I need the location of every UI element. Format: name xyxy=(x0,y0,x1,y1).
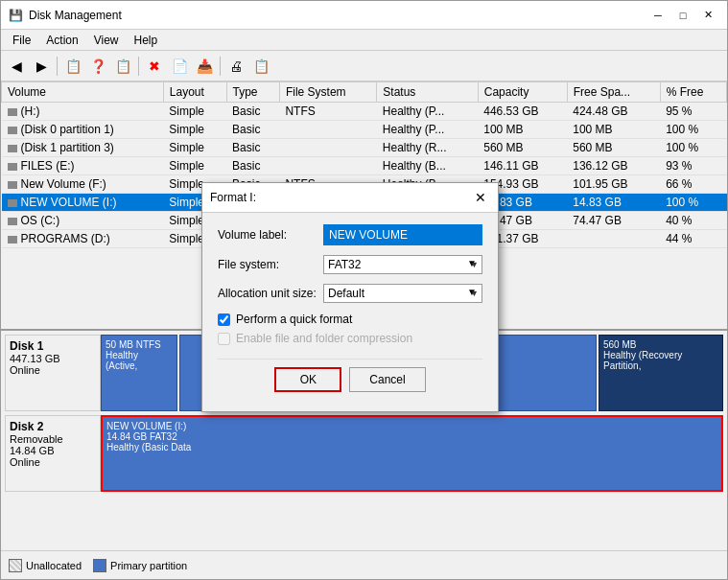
table-cell: Simple xyxy=(163,139,226,157)
quick-format-label[interactable]: Perform a quick format xyxy=(236,313,352,326)
menu-bar: File Action View Help xyxy=(1,30,727,51)
primary-icon xyxy=(93,559,106,572)
title-bar: 💾 Disk Management ─ □ ✕ xyxy=(1,1,727,30)
modal-close-button[interactable]: ✕ xyxy=(471,189,490,206)
table-cell: PROGRAMS (D:) xyxy=(2,230,164,248)
table-cell: 14.83 GB xyxy=(567,194,660,212)
maximize-button[interactable]: □ xyxy=(671,6,694,25)
unallocated-label: Unallocated xyxy=(26,560,82,571)
disk2-label: Disk 2 Removable 14.84 GB Online xyxy=(5,415,101,492)
disk2-size: 14.84 GB xyxy=(10,445,54,456)
title-controls: ─ □ ✕ xyxy=(646,6,719,25)
modal-buttons: OK Cancel xyxy=(218,359,482,400)
table-cell: 446.53 GB xyxy=(478,103,567,121)
toolbar-separator-2 xyxy=(138,57,139,76)
toolbar-separator-1 xyxy=(57,57,58,76)
toolbar-btn-8[interactable]: 📥 xyxy=(193,55,216,78)
volume-label-control xyxy=(323,224,482,245)
volume-icon xyxy=(8,108,17,116)
col-layout[interactable]: Layout xyxy=(163,82,226,103)
table-cell: 560 MB xyxy=(567,139,660,157)
allocation-select[interactable]: Default 512 1024 2048 4096 xyxy=(323,284,482,303)
toolbar-btn-7[interactable]: 📄 xyxy=(168,55,191,78)
file-system-label: File system: xyxy=(218,258,323,271)
disk2-type: Removable xyxy=(10,433,63,445)
toolbar-back[interactable]: ◀ xyxy=(5,55,28,78)
table-cell: Basic xyxy=(226,103,279,121)
disk2-partitions: NEW VOLUME (I:)14.84 GB FAT32Healthy (Ba… xyxy=(101,415,723,492)
toolbar-btn-3[interactable]: 📋 xyxy=(61,55,84,78)
table-cell: Basic xyxy=(226,157,279,175)
table-cell: New Volume (F:) xyxy=(2,175,164,194)
col-capacity[interactable]: Capacity xyxy=(478,82,567,103)
table-cell: Simple xyxy=(163,157,226,175)
table-cell xyxy=(279,157,376,175)
close-button[interactable]: ✕ xyxy=(696,6,719,25)
disk1-partition-3[interactable]: 560 MBHealthy (Recovery Partition, xyxy=(599,335,723,411)
quick-format-checkbox[interactable] xyxy=(218,313,230,326)
table-row[interactable]: (Disk 0 partition 1)SimpleBasicHealthy (… xyxy=(2,121,727,139)
disk1-partition-1[interactable]: 50 MB NTFSHealthy (Active, xyxy=(101,335,177,411)
file-system-select[interactable]: FAT32 NTFS exFAT xyxy=(323,255,482,274)
menu-file[interactable]: File xyxy=(5,32,38,49)
volume-label-label: Volume label: xyxy=(218,228,323,242)
toolbar-delete[interactable]: ✖ xyxy=(143,55,166,78)
menu-action[interactable]: Action xyxy=(38,32,85,49)
table-cell: 74.47 GB xyxy=(567,212,660,230)
toolbar-btn-10[interactable]: 📋 xyxy=(249,55,272,78)
col-status[interactable]: Status xyxy=(377,82,478,103)
volume-icon xyxy=(8,236,17,244)
table-cell: Healthy (P... xyxy=(377,103,478,121)
table-cell: OS (C:) xyxy=(2,212,164,230)
disk1-p3-label: 560 MBHealthy (Recovery Partition, xyxy=(603,339,718,371)
table-cell xyxy=(279,139,376,157)
toolbar-forward[interactable]: ▶ xyxy=(30,55,53,78)
col-filesystem[interactable]: File System xyxy=(279,82,376,103)
table-cell: Healthy (R... xyxy=(377,139,478,157)
volume-label-row: Volume label: xyxy=(218,224,482,245)
quick-format-row: Perform a quick format xyxy=(218,313,482,326)
col-volume[interactable]: Volume xyxy=(2,82,164,103)
toolbar-btn-5[interactable]: 📋 xyxy=(111,55,134,78)
menu-help[interactable]: Help xyxy=(127,32,166,49)
table-cell: Simple xyxy=(163,121,226,139)
col-type[interactable]: Type xyxy=(226,82,279,103)
legend-primary: Primary partition xyxy=(93,559,187,572)
toolbar-help[interactable]: ❓ xyxy=(86,55,109,78)
table-row[interactable]: (H:)SimpleBasicNTFSHealthy (P...446.53 G… xyxy=(2,103,727,121)
window-title: Disk Management xyxy=(29,9,122,22)
table-cell: Simple xyxy=(163,103,226,121)
table-cell: 424.48 GB xyxy=(567,103,660,121)
table-row[interactable]: (Disk 1 partition 3)SimpleBasicHealthy (… xyxy=(2,139,727,157)
disk1-status: Online xyxy=(10,364,40,376)
volume-label-input[interactable] xyxy=(323,224,482,245)
allocation-control: Default 512 1024 2048 4096 ▼ xyxy=(323,284,482,303)
toolbar: ◀ ▶ 📋 ❓ 📋 ✖ 📄 📥 🖨 📋 xyxy=(1,51,727,81)
ok-button[interactable]: OK xyxy=(274,367,341,392)
table-cell: 146.11 GB xyxy=(478,157,567,175)
col-percent[interactable]: % Free xyxy=(660,82,726,103)
minimize-button[interactable]: ─ xyxy=(646,6,669,25)
table-cell: (Disk 0 partition 1) xyxy=(2,121,164,139)
table-row[interactable]: FILES (E:)SimpleBasicHealthy (B...146.11… xyxy=(2,157,727,175)
title-bar-left: 💾 Disk Management xyxy=(9,9,122,22)
cancel-button[interactable]: Cancel xyxy=(349,367,425,392)
volume-icon xyxy=(8,218,17,225)
table-cell: (H:) xyxy=(2,103,164,121)
volume-icon xyxy=(8,145,17,152)
disk2-name: Disk 2 xyxy=(10,420,96,433)
disk2-status: Online xyxy=(10,456,40,468)
compression-checkbox[interactable] xyxy=(218,333,230,345)
disk2-partition-1[interactable]: NEW VOLUME (I:)14.84 GB FAT32Healthy (Ba… xyxy=(101,415,723,492)
table-cell: 100 MB xyxy=(567,121,660,139)
volume-icon xyxy=(8,181,17,189)
menu-view[interactable]: View xyxy=(86,32,127,49)
table-cell: 40 % xyxy=(660,212,726,230)
disk2-p1-label: NEW VOLUME (I:)14.84 GB FAT32Healthy (Ba… xyxy=(106,421,717,452)
toolbar-print[interactable]: 🖨 xyxy=(224,55,247,78)
file-system-control: FAT32 NTFS exFAT ▼ xyxy=(323,255,482,274)
table-cell: Healthy (B... xyxy=(377,157,478,175)
table-cell: 95 % xyxy=(660,103,726,121)
col-freespace[interactable]: Free Spa... xyxy=(567,82,660,103)
disk1-label: Disk 1 447.13 GB Online xyxy=(5,335,101,411)
